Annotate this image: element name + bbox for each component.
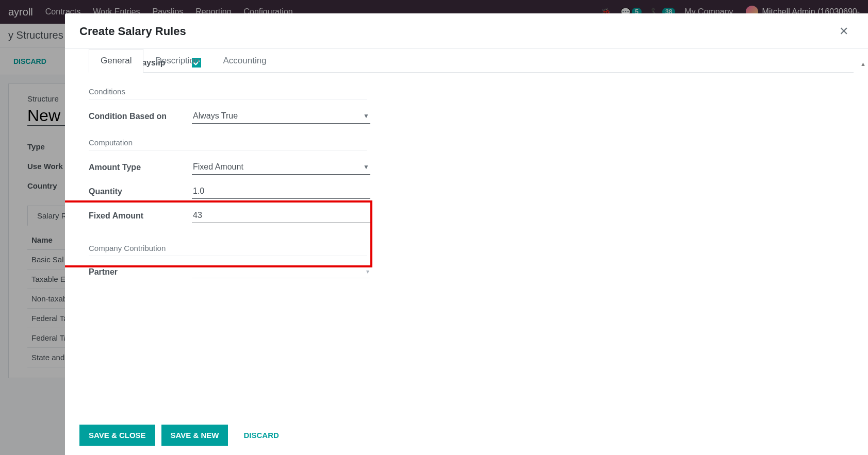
amount-type-value: Fixed Amount <box>193 162 243 172</box>
chevron-down-icon: ▼ <box>363 112 369 120</box>
save-new-button[interactable]: SAVE & NEW <box>161 425 228 446</box>
quantity-input[interactable] <box>192 184 370 199</box>
fixed-amount-label: Fixed Amount <box>89 211 192 221</box>
save-close-button[interactable]: SAVE & CLOSE <box>79 425 155 446</box>
section-company-contribution: Company Contribution <box>89 244 367 256</box>
partner-label: Partner <box>89 267 192 277</box>
tab-general[interactable]: General <box>89 49 143 73</box>
condition-based-on-select[interactable]: Always True ▼ <box>192 109 370 124</box>
close-icon[interactable]: ✕ <box>834 23 854 40</box>
amount-type-label: Amount Type <box>89 163 192 172</box>
partner-select[interactable]: ▾ <box>192 265 370 278</box>
modal-footer: SAVE & CLOSE SAVE & NEW DISCARD <box>65 415 868 455</box>
condition-value: Always True <box>193 111 238 121</box>
modal-title: Create Salary Rules <box>79 25 834 38</box>
condition-based-on-label: Condition Based on <box>89 112 192 121</box>
amount-type-select[interactable]: Fixed Amount ▼ <box>192 160 370 175</box>
create-salary-rules-modal: Create Salary Rules ✕ ▲ Appears on Paysl… <box>65 13 868 455</box>
modal-body: Appears on Payslip General Description A… <box>65 48 868 415</box>
modal-tabs: General Description Accounting <box>89 49 854 73</box>
chevron-down-icon: ▾ <box>366 268 369 275</box>
quantity-label: Quantity <box>89 187 192 196</box>
discard-button[interactable]: DISCARD <box>234 425 288 446</box>
fixed-amount-input[interactable] <box>192 208 370 223</box>
section-conditions: Conditions <box>89 87 367 99</box>
chevron-down-icon: ▼ <box>363 163 369 171</box>
section-computation: Computation <box>89 138 367 150</box>
tab-accounting[interactable]: Accounting <box>211 49 279 72</box>
tab-description[interactable]: Description <box>143 49 211 72</box>
